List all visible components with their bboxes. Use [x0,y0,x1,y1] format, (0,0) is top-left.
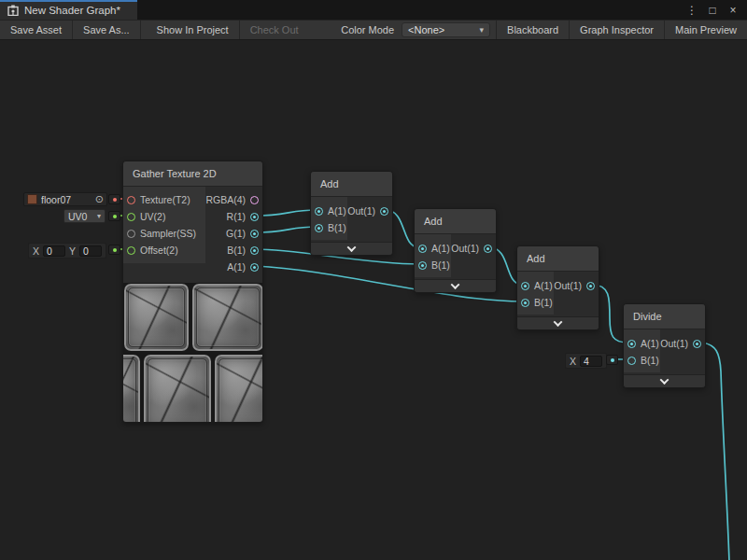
chevron-down-icon [451,280,460,289]
save-asset-button[interactable]: Save Asset [0,21,72,39]
texture-thumbnail [27,194,37,204]
divide-b-value-field: X 4 [565,353,607,369]
port-add2-out[interactable] [484,245,492,253]
node-collapse-toggle[interactable] [624,374,705,387]
menu-icon[interactable]: ⋮ [684,4,700,17]
port-divide-out[interactable] [693,340,701,348]
port-add3-a-in[interactable] [521,282,529,290]
port-label: B(1) [328,222,346,233]
add3-input-panel: A(1) B(1) [517,272,554,315]
port-label: R(1) [227,211,246,222]
node-collapse-toggle[interactable] [311,242,392,255]
offset-y-label: Y [69,245,76,257]
offset-x-label: X [33,245,39,257]
port-add1-a-in[interactable] [315,207,323,216]
active-tab-accent [0,0,137,2]
port-label: Out(1) [660,338,688,349]
wires-layer [0,40,747,560]
wire-g-to-add1-b[interactable] [256,227,316,232]
check-out-button: Check Out [240,21,309,39]
port-g-out[interactable] [250,230,259,238]
gather-output-panel: RGBA(4) R(1) G(1) B(1) A(1) [205,187,262,280]
node-collapse-toggle[interactable] [517,316,599,329]
divide-input-panel: A(1) B(1) [624,329,660,372]
color-mode-label: Color Mode [324,21,402,39]
wire-r-to-add1-a[interactable] [256,210,316,216]
port-label: Out(1) [554,280,582,291]
uv-channel-dropdown[interactable]: UV0 ▾ [63,209,106,223]
port-label: B(1) [431,259,450,271]
port-label: Out(1) [347,205,375,217]
node-title[interactable]: Add [311,172,392,197]
save-as-button[interactable]: Save As... [73,21,140,39]
port-add2-b-in[interactable] [418,261,427,270]
port-divide-a-in[interactable] [627,340,636,348]
shader-graph-icon [7,5,19,16]
port-add2-a-in[interactable] [418,245,427,253]
show-in-project-button[interactable]: Show In Project [147,21,239,39]
port-add3-b-in[interactable] [521,299,529,307]
object-picker-icon[interactable]: ⊙ [95,193,104,205]
node-collapse-toggle[interactable] [415,279,496,292]
color-mode-dropdown[interactable]: <None> ▾ [402,22,490,37]
color-mode-value: <None> [408,24,444,35]
node-title[interactable]: Divide [624,304,705,329]
graph-canvas[interactable]: Gather Texture 2D Texture(T2) UV(2) Samp… [0,40,747,560]
main-preview-toggle-button[interactable]: Main Preview [665,21,747,39]
port-divide-b-in[interactable] [627,357,636,365]
node-title[interactable]: Add [415,209,496,234]
node-gather-texture-2d[interactable]: Gather Texture 2D Texture(T2) UV(2) Samp… [122,161,263,423]
texture-name: floor07 [41,194,92,205]
port-a-out[interactable] [250,263,259,272]
port-label: A(1) [641,338,659,349]
port-add1-b-in[interactable] [315,224,323,232]
uv-port-stub[interactable] [108,211,120,221]
port-sampler-in[interactable] [127,230,135,238]
toolbar: Save Asset Save As... Show In Project Ch… [0,20,747,40]
port-r-out[interactable] [250,213,259,221]
port-offset-in[interactable] [127,246,135,255]
port-rgba-out[interactable] [250,196,259,204]
offset-port-stub[interactable] [108,245,120,255]
port-label: Sampler(SS) [140,228,196,239]
port-label: UV(2) [140,211,165,222]
port-label: A(1) [431,243,450,254]
tab-bar: New Shader Graph* ⋮ □ × [0,0,747,20]
port-uv-in[interactable] [127,213,135,221]
node-add-3[interactable]: Add A(1) B(1) Out(1) [516,245,599,330]
node-add-1[interactable]: Add A(1) B(1) Out(1) [310,171,393,256]
node-add-2[interactable]: Add A(1) B(1) Out(1) [414,208,497,293]
port-label: A(1) [328,205,346,217]
divide-b-port-stub[interactable] [606,355,618,365]
offset-y-input[interactable]: 0 [79,245,102,257]
port-add1-out[interactable] [380,207,388,216]
add1-input-panel: A(1) B(1) [311,197,347,240]
dropdown-caret-icon: ▾ [97,212,101,220]
node-divide[interactable]: Divide A(1) B(1) Out(1) [623,303,706,388]
node-title[interactable]: Add [517,246,599,272]
offset-x-input[interactable]: 0 [43,245,65,257]
dropdown-caret-icon: ▾ [480,25,485,35]
tab-new-shader-graph[interactable]: New Shader Graph* [0,0,137,20]
blackboard-toggle-button[interactable]: Blackboard [497,21,569,39]
divide-b-input[interactable]: 4 [580,356,602,367]
port-add3-out[interactable] [586,282,595,290]
port-b-out[interactable] [250,246,259,255]
texture-port-stub[interactable] [108,194,120,204]
chevron-down-icon [660,375,669,385]
texture-object-field[interactable]: floor07 ⊙ [23,192,107,206]
uv-channel-value: UV0 [68,211,87,222]
port-label: A(1) [227,261,246,273]
port-label: Out(1) [451,243,479,254]
close-icon[interactable]: × [725,4,741,17]
port-label: A(1) [534,280,553,291]
maximize-icon[interactable]: □ [704,4,721,17]
port-label: Texture(T2) [140,194,190,205]
port-texture-in[interactable] [127,196,135,204]
graph-inspector-toggle-button[interactable]: Graph Inspector [570,21,664,39]
node-title[interactable]: Gather Texture 2D [123,161,262,187]
window-controls: ⋮ □ × [684,0,747,20]
port-label: B(1) [534,297,553,308]
add2-input-panel: A(1) B(1) [415,234,451,277]
gather-input-panel: Texture(T2) UV(2) Sampler(SS) Offset(2) [123,187,205,263]
